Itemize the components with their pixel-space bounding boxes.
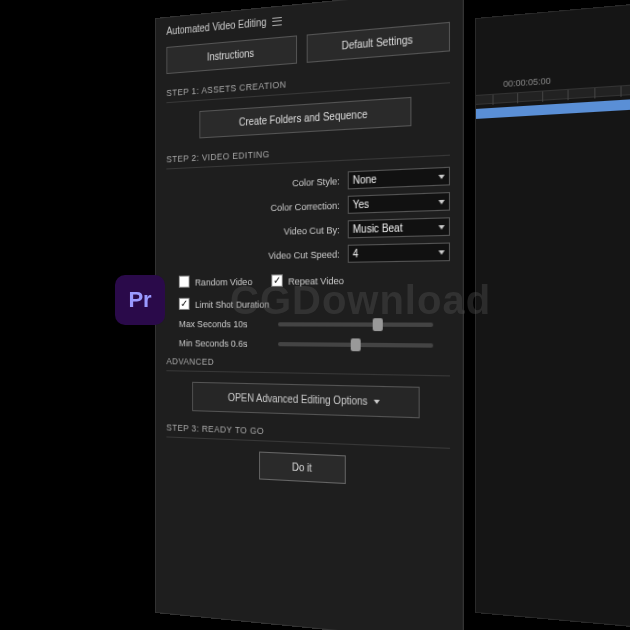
repeat-video-checkbox[interactable] xyxy=(271,274,282,287)
default-settings-button[interactable]: Default Settings xyxy=(307,22,450,63)
repeat-video-label: Repeat Video xyxy=(288,274,344,286)
panel-title: Automated Video Editing xyxy=(166,16,266,37)
cut-by-value: Music Beat xyxy=(353,222,403,235)
main-panel: Automated Video Editing Instructions Def… xyxy=(155,0,464,630)
advanced-options-button[interactable]: OPEN Advanced Editing Options xyxy=(193,382,420,418)
chevron-down-icon xyxy=(438,250,444,255)
premiere-pro-badge: Pr xyxy=(115,275,165,325)
cut-speed-select[interactable]: 4 xyxy=(348,242,450,262)
limit-shot-label: Limit Shot Duration xyxy=(195,298,269,310)
instructions-button[interactable]: Instructions xyxy=(166,35,297,74)
cut-speed-value: 4 xyxy=(353,248,359,260)
min-seconds-label: Min Seconds 0.6s xyxy=(179,337,267,349)
chevron-down-icon xyxy=(438,174,444,179)
slider-thumb[interactable] xyxy=(372,318,382,331)
cut-by-label: Video Cut By: xyxy=(284,224,340,237)
color-correction-select[interactable]: Yes xyxy=(348,192,450,214)
color-style-select[interactable]: None xyxy=(348,167,450,190)
color-correction-label: Color Correction: xyxy=(271,199,340,213)
random-video-label: Random Video xyxy=(195,275,252,287)
menu-icon[interactable] xyxy=(272,16,281,25)
timeline-panel: 00:00:05:00 xyxy=(475,3,630,629)
min-seconds-slider[interactable] xyxy=(278,342,433,348)
max-seconds-label: Max Seconds 10s xyxy=(179,318,267,329)
chevron-down-icon xyxy=(438,199,444,204)
color-correction-value: Yes xyxy=(353,198,369,210)
advanced-label: ADVANCED xyxy=(166,356,450,371)
max-seconds-slider[interactable] xyxy=(278,322,433,327)
cut-speed-label: Video Cut Speed: xyxy=(268,248,340,261)
timecode: 00:00:05:00 xyxy=(503,76,550,89)
chevron-down-icon xyxy=(438,225,444,230)
create-folders-button[interactable]: Create Folders and Sequence xyxy=(199,97,411,139)
color-style-label: Color Style: xyxy=(292,175,340,189)
divider xyxy=(166,370,450,376)
step3-label: STEP 3: READY TO GO xyxy=(166,422,450,443)
advanced-button-label: OPEN Advanced Editing Options xyxy=(228,392,368,407)
random-video-checkbox[interactable] xyxy=(179,276,190,288)
cut-by-select[interactable]: Music Beat xyxy=(348,217,450,238)
limit-shot-checkbox[interactable] xyxy=(179,298,190,310)
slider-thumb[interactable] xyxy=(351,338,361,351)
do-it-button[interactable]: Do it xyxy=(259,452,346,484)
chevron-down-icon xyxy=(374,399,380,403)
step1-label: STEP 1: ASSETS CREATION xyxy=(166,67,450,98)
color-style-value: None xyxy=(353,173,377,186)
